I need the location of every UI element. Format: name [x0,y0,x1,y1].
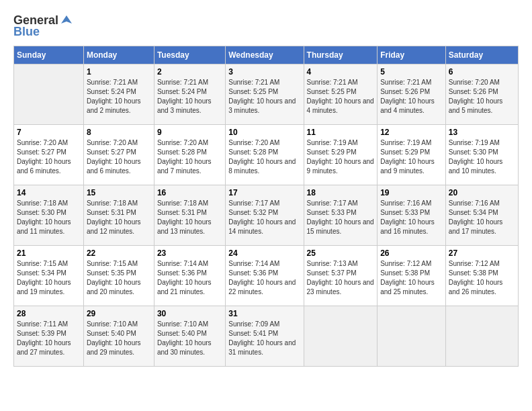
calendar-cell: 29Sunrise: 7:10 AMSunset: 5:40 PMDayligh… [83,306,154,367]
calendar-table: SundayMondayTuesdayWednesdayThursdayFrid… [13,46,519,367]
day-info: Sunrise: 7:10 AMSunset: 5:40 PMDaylight:… [157,320,222,357]
calendar-cell: 15Sunrise: 7:18 AMSunset: 5:31 PMDayligh… [83,185,154,246]
day-info: Sunrise: 7:20 AMSunset: 5:28 PMDaylight:… [228,138,300,176]
calendar-cell: 6Sunrise: 7:20 AMSunset: 5:26 PMDaylight… [445,64,518,125]
day-number: 29 [87,309,151,318]
day-number: 12 [380,128,443,137]
day-number: 31 [228,309,300,318]
calendar-cell [304,306,378,367]
day-number: 30 [157,309,222,318]
weekday-header-saturday: Saturday [445,46,518,64]
calendar-cell: 3Sunrise: 7:21 AMSunset: 5:25 PMDaylight… [226,64,304,125]
day-number: 1 [87,67,151,77]
day-info: Sunrise: 7:16 AMSunset: 5:34 PMDaylight:… [449,199,515,236]
day-info: Sunrise: 7:17 AMSunset: 5:32 PMDaylight:… [228,199,300,236]
day-info: Sunrise: 7:14 AMSunset: 5:36 PMDaylight:… [157,259,222,297]
day-number: 21 [17,248,81,258]
day-info: Sunrise: 7:21 AMSunset: 5:25 PMDaylight:… [307,78,375,116]
day-number: 7 [17,128,81,137]
calendar-cell: 8Sunrise: 7:20 AMSunset: 5:27 PMDaylight… [83,125,154,185]
day-number: 16 [157,188,222,197]
calendar-cell: 19Sunrise: 7:16 AMSunset: 5:33 PMDayligh… [378,185,446,246]
calendar-cell: 10Sunrise: 7:20 AMSunset: 5:28 PMDayligh… [226,125,304,185]
day-number: 5 [380,67,443,77]
weekday-header-thursday: Thursday [304,46,378,64]
calendar-cell: 30Sunrise: 7:10 AMSunset: 5:40 PMDayligh… [154,306,225,367]
calendar-cell: 26Sunrise: 7:12 AMSunset: 5:38 PMDayligh… [378,246,446,306]
day-info: Sunrise: 7:20 AMSunset: 5:27 PMDaylight:… [17,138,81,176]
calendar-cell: 14Sunrise: 7:18 AMSunset: 5:30 PMDayligh… [14,185,84,246]
day-number: 15 [87,188,151,197]
calendar-cell: 25Sunrise: 7:13 AMSunset: 5:37 PMDayligh… [304,246,378,306]
calendar-cell: 2Sunrise: 7:21 AMSunset: 5:24 PMDaylight… [154,64,225,125]
day-number: 27 [449,248,515,258]
calendar-cell: 21Sunrise: 7:15 AMSunset: 5:34 PMDayligh… [14,246,84,306]
day-number: 2 [157,67,222,77]
svg-marker-0 [61,15,72,24]
day-info: Sunrise: 7:14 AMSunset: 5:36 PMDaylight:… [228,259,300,297]
day-number: 9 [157,128,222,137]
calendar-cell: 17Sunrise: 7:17 AMSunset: 5:32 PMDayligh… [226,185,304,246]
weekday-header-row: SundayMondayTuesdayWednesdayThursdayFrid… [14,46,519,64]
calendar-cell: 1Sunrise: 7:21 AMSunset: 5:24 PMDaylight… [83,64,154,125]
calendar-cell: 22Sunrise: 7:15 AMSunset: 5:35 PMDayligh… [83,246,154,306]
day-number: 26 [380,248,443,258]
day-info: Sunrise: 7:20 AMSunset: 5:26 PMDaylight:… [449,78,515,116]
calendar-week-row: 1Sunrise: 7:21 AMSunset: 5:24 PMDaylight… [14,64,519,125]
calendar-cell: 7Sunrise: 7:20 AMSunset: 5:27 PMDaylight… [14,125,84,185]
weekday-header-wednesday: Wednesday [226,46,304,64]
day-number: 25 [307,248,375,258]
day-number: 13 [449,128,515,137]
logo: General Blue [13,13,73,39]
day-info: Sunrise: 7:21 AMSunset: 5:24 PMDaylight:… [157,78,222,116]
day-info: Sunrise: 7:19 AMSunset: 5:30 PMDaylight:… [449,138,515,176]
day-info: Sunrise: 7:19 AMSunset: 5:29 PMDaylight:… [307,138,375,176]
day-info: Sunrise: 7:18 AMSunset: 5:31 PMDaylight:… [87,199,151,236]
day-number: 8 [87,128,151,137]
calendar-cell: 31Sunrise: 7:09 AMSunset: 5:41 PMDayligh… [226,306,304,367]
day-number: 17 [228,188,300,197]
day-number: 18 [307,188,375,197]
weekday-header-sunday: Sunday [14,46,84,64]
day-info: Sunrise: 7:21 AMSunset: 5:24 PMDaylight:… [87,78,151,116]
calendar-cell: 20Sunrise: 7:16 AMSunset: 5:34 PMDayligh… [445,185,518,246]
weekday-header-tuesday: Tuesday [154,46,225,64]
day-info: Sunrise: 7:20 AMSunset: 5:28 PMDaylight:… [157,138,222,176]
day-info: Sunrise: 7:21 AMSunset: 5:25 PMDaylight:… [228,78,300,116]
calendar-week-row: 14Sunrise: 7:18 AMSunset: 5:30 PMDayligh… [14,185,519,246]
day-info: Sunrise: 7:09 AMSunset: 5:41 PMDaylight:… [228,320,300,357]
calendar-cell: 12Sunrise: 7:19 AMSunset: 5:29 PMDayligh… [378,125,446,185]
day-info: Sunrise: 7:12 AMSunset: 5:38 PMDaylight:… [449,259,515,297]
day-info: Sunrise: 7:18 AMSunset: 5:30 PMDaylight:… [17,199,81,236]
day-info: Sunrise: 7:18 AMSunset: 5:31 PMDaylight:… [157,199,222,236]
calendar-cell [445,306,518,367]
calendar-cell: 28Sunrise: 7:11 AMSunset: 5:39 PMDayligh… [14,306,84,367]
calendar-cell: 11Sunrise: 7:19 AMSunset: 5:29 PMDayligh… [304,125,378,185]
day-info: Sunrise: 7:10 AMSunset: 5:40 PMDaylight:… [87,320,151,357]
day-info: Sunrise: 7:15 AMSunset: 5:35 PMDaylight:… [87,259,151,297]
calendar-cell: 24Sunrise: 7:14 AMSunset: 5:36 PMDayligh… [226,246,304,306]
calendar-cell: 18Sunrise: 7:17 AMSunset: 5:33 PMDayligh… [304,185,378,246]
calendar-cell: 13Sunrise: 7:19 AMSunset: 5:30 PMDayligh… [445,125,518,185]
calendar-week-row: 7Sunrise: 7:20 AMSunset: 5:27 PMDaylight… [14,125,519,185]
weekday-header-monday: Monday [83,46,154,64]
day-number: 24 [228,248,300,258]
calendar-cell: 5Sunrise: 7:21 AMSunset: 5:26 PMDaylight… [378,64,446,125]
day-info: Sunrise: 7:15 AMSunset: 5:34 PMDaylight:… [17,259,81,297]
logo-bird-icon [60,14,73,28]
day-number: 4 [307,67,375,77]
calendar-cell: 27Sunrise: 7:12 AMSunset: 5:38 PMDayligh… [445,246,518,306]
day-number: 11 [307,128,375,137]
day-number: 19 [380,188,443,197]
calendar-cell: 16Sunrise: 7:18 AMSunset: 5:31 PMDayligh… [154,185,225,246]
day-info: Sunrise: 7:19 AMSunset: 5:29 PMDaylight:… [380,138,443,176]
calendar-cell: 4Sunrise: 7:21 AMSunset: 5:25 PMDaylight… [304,64,378,125]
day-info: Sunrise: 7:17 AMSunset: 5:33 PMDaylight:… [307,199,375,236]
day-number: 28 [17,309,81,318]
calendar-cell: 9Sunrise: 7:20 AMSunset: 5:28 PMDaylight… [154,125,225,185]
day-info: Sunrise: 7:13 AMSunset: 5:37 PMDaylight:… [307,259,375,297]
calendar-cell [378,306,446,367]
calendar-cell [14,64,84,125]
day-info: Sunrise: 7:21 AMSunset: 5:26 PMDaylight:… [380,78,443,116]
calendar-cell: 23Sunrise: 7:14 AMSunset: 5:36 PMDayligh… [154,246,225,306]
